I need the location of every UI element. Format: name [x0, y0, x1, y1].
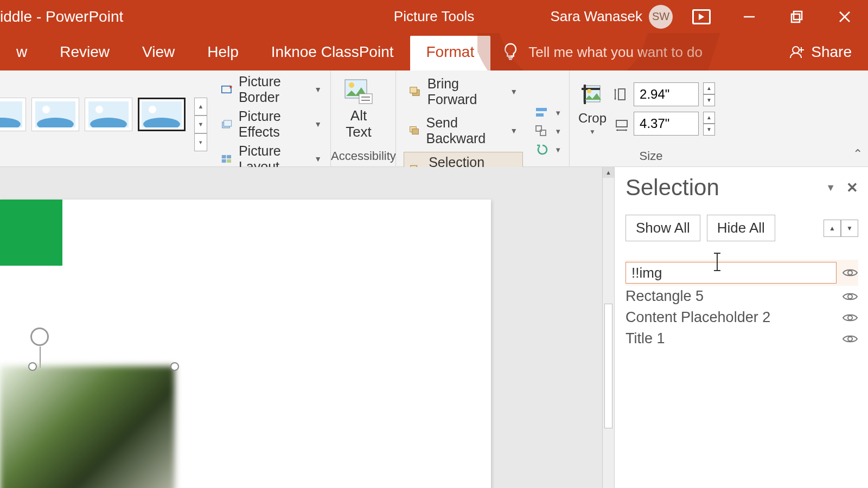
selection-item-name: Content Placeholder 2 [626, 309, 837, 326]
tab-help[interactable]: Help [191, 43, 255, 70]
pane-options-dropdown[interactable]: ▼ [815, 182, 846, 194]
tab-view[interactable]: View [126, 43, 191, 70]
share-button[interactable]: Share [783, 43, 868, 70]
dropdown-caret-icon[interactable]: ▼ [510, 87, 518, 96]
dropdown-caret-icon: ▼ [314, 120, 322, 129]
reorder-up-button[interactable]: ▲ [824, 220, 841, 237]
selection-item[interactable]: Rectangle 5 [626, 286, 858, 307]
svg-rect-40 [536, 108, 547, 111]
alt-text-label-2: Text [346, 124, 372, 140]
rectangle-shape[interactable] [0, 200, 62, 266]
svg-point-50 [848, 271, 852, 275]
scroll-up-button[interactable]: ▲ [603, 167, 614, 178]
ribbon: ▲ ▼ ▾ Picture Border ▼ Picture Effects ▼ [0, 70, 868, 167]
resize-handle[interactable] [28, 362, 37, 371]
user-avatar: SW [649, 5, 673, 29]
restore-button[interactable] [778, 3, 816, 30]
tell-me-search[interactable]: Tell me what you want to do [528, 44, 783, 70]
bring-forward-icon [409, 86, 422, 98]
tab-review[interactable]: Review [43, 43, 126, 70]
alt-text-label-1: Alt [350, 107, 367, 124]
svg-rect-32 [359, 94, 372, 104]
crop-icon [578, 82, 607, 108]
group-button[interactable]: ▼ [535, 125, 561, 138]
dropdown-caret-icon: ▼ [554, 146, 561, 154]
picture-style-thumb[interactable] [85, 98, 132, 131]
selection-item-editing[interactable] [626, 260, 858, 286]
gallery-scroll[interactable]: ▲ ▼ ▾ [194, 98, 207, 151]
height-spin-down[interactable]: ▼ [703, 94, 715, 106]
send-backward-label: Send Backward [426, 115, 505, 146]
minimize-button[interactable] [730, 3, 768, 30]
visibility-toggle[interactable] [842, 333, 858, 344]
gallery-scroll-up[interactable]: ▲ [194, 98, 207, 115]
tellme-bulb-icon [501, 42, 520, 61]
picture-style-thumb[interactable] [31, 98, 79, 131]
picture-border-label: Picture Border [239, 74, 307, 105]
vertical-scrollbar[interactable]: ▲ [602, 167, 614, 488]
svg-rect-25 [224, 120, 232, 126]
rotation-handle[interactable] [30, 328, 49, 346]
svg-point-22 [149, 106, 156, 113]
show-all-button[interactable]: Show All [626, 215, 700, 241]
close-pane-button[interactable]: ✕ [846, 179, 858, 196]
align-icon [535, 106, 550, 119]
gallery-scroll-down[interactable]: ▼ [194, 115, 207, 133]
resize-handle[interactable] [170, 362, 179, 371]
selection-item-rename-input[interactable] [626, 262, 837, 284]
dropdown-caret-icon: ▼ [589, 128, 596, 136]
workspace: ▲ Selection ▼ ✕ Show All Hide All ▲ ▼ Re… [0, 167, 868, 488]
scroll-thumb[interactable] [604, 304, 612, 428]
document-title: iddle - PowerPoint [0, 8, 123, 25]
selection-item[interactable]: Title 1 [626, 328, 858, 349]
svg-point-53 [848, 337, 852, 341]
selection-item[interactable]: Content Placeholder 2 [626, 307, 858, 328]
width-spin-down[interactable]: ▼ [703, 124, 715, 136]
visibility-toggle[interactable] [842, 291, 858, 302]
visibility-toggle[interactable] [842, 267, 858, 278]
width-input[interactable]: 4.37" [634, 112, 699, 136]
align-button[interactable]: ▼ [535, 106, 561, 119]
present-mode-button[interactable] [682, 3, 720, 30]
rotate-button[interactable]: ▼ [535, 143, 561, 156]
slide-canvas-area[interactable] [0, 167, 602, 488]
picture-style-thumb-selected[interactable] [138, 98, 186, 131]
svg-rect-28 [222, 159, 226, 163]
user-name: Sara Wanasek [550, 8, 642, 25]
picture-effects-button[interactable]: Picture Effects ▼ [221, 108, 322, 140]
svg-point-8 [793, 47, 799, 53]
picture-style-thumb[interactable] [0, 98, 26, 131]
dropdown-caret-icon[interactable]: ▼ [510, 126, 518, 135]
close-button[interactable] [826, 3, 864, 30]
group-icon [535, 125, 550, 138]
gallery-expand[interactable]: ▾ [194, 133, 207, 151]
account-user[interactable]: Sara Wanasek SW [550, 5, 673, 29]
rotate-icon [535, 143, 550, 156]
svg-point-16 [42, 106, 50, 113]
visibility-toggle[interactable] [842, 312, 858, 323]
selected-picture[interactable] [0, 366, 175, 488]
crop-button[interactable]: Crop ▼ [578, 82, 607, 136]
alt-text-button[interactable]: AltText [331, 72, 386, 146]
hide-all-button[interactable]: Hide All [707, 215, 775, 241]
picture-styles-gallery[interactable]: ▲ ▼ ▾ [0, 98, 213, 151]
tab-inknoe-classpoint[interactable]: Inknoe ClassPoint [255, 43, 410, 70]
collapse-ribbon-button[interactable]: ⌃ [853, 147, 863, 161]
tab-format[interactable]: Format [410, 36, 491, 70]
tab-truncated[interactable]: w [0, 43, 43, 70]
height-spin-up[interactable]: ▲ [703, 82, 715, 94]
width-spin-up[interactable]: ▲ [703, 112, 715, 124]
picture-border-button[interactable]: Picture Border ▼ [221, 74, 322, 105]
height-input[interactable]: 2.94" [634, 82, 699, 106]
alt-text-icon [343, 78, 374, 106]
bring-forward-button[interactable]: Bring Forward ▼ [404, 74, 523, 110]
group-label-accessibility: Accessibility [331, 147, 395, 166]
reorder-down-button[interactable]: ▼ [841, 220, 858, 237]
svg-rect-48 [616, 120, 627, 127]
slide[interactable] [0, 200, 491, 488]
svg-rect-26 [222, 155, 226, 158]
dropdown-caret-icon: ▼ [314, 155, 322, 163]
send-backward-icon [409, 125, 421, 137]
svg-point-19 [95, 106, 103, 113]
send-backward-button[interactable]: Send Backward ▼ [404, 113, 523, 149]
